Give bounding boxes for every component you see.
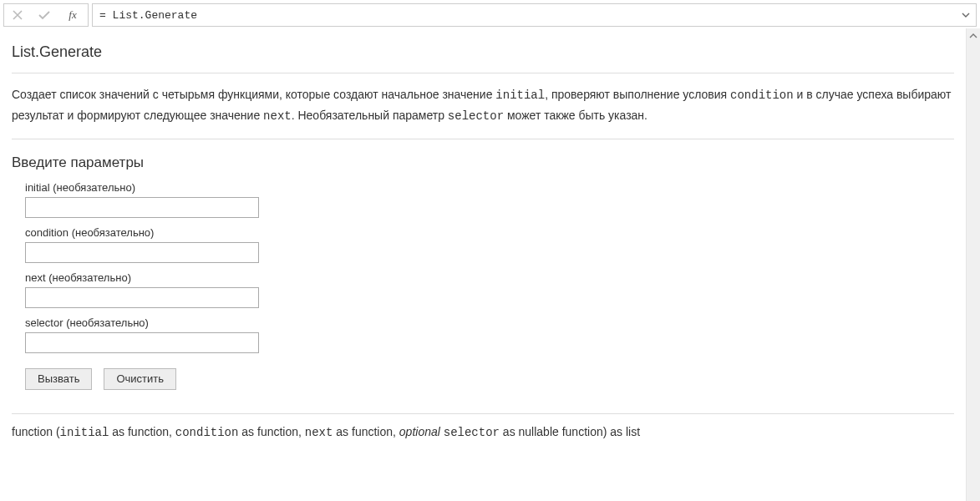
function-description: Создает список значений с четырьмя функц… [12,85,954,127]
clear-button[interactable]: Очистить [104,368,176,390]
sig-text: as function, [238,425,304,438]
param-label-condition: condition (необязательно) [25,226,954,239]
formula-controls: fx [3,3,89,27]
accept-formula-button[interactable] [31,4,58,26]
separator [12,139,954,139]
formula-input-wrap [92,3,977,27]
param-row-initial: initial (необязательно) [25,181,954,218]
sig-optional: optional [399,425,444,438]
formula-input[interactable] [93,9,956,22]
function-signature: function (initial as function, condition… [12,423,954,442]
content-wrap: List.Generate Создает список значений с … [0,28,980,501]
desc-code-selector: selector [448,109,504,123]
desc-text: . Необязательный параметр [292,109,448,122]
formula-expand-button[interactable] [956,12,976,18]
param-row-selector: selector (необязательно) [25,316,954,353]
param-label-initial: initial (необязательно) [25,181,954,194]
cancel-formula-button[interactable] [4,4,31,26]
function-title: List.Generate [12,43,954,61]
sig-param-next: next [305,426,333,439]
fx-text: fx [69,8,76,22]
sig-text: as function, [109,425,175,438]
param-input-selector[interactable] [25,332,259,353]
param-label-next: next (необязательно) [25,271,954,284]
vertical-scrollbar[interactable] [966,28,980,501]
sig-param-initial: initial [60,426,109,439]
desc-text: , проверяют выполнение условия [545,88,730,101]
invoke-button[interactable]: Вызвать [25,368,92,390]
separator [12,73,954,73]
chevron-up-icon [969,33,977,39]
fx-label: fx [58,4,88,26]
chevron-down-icon [962,12,970,18]
separator [12,413,954,414]
formula-bar: fx [3,3,977,27]
content: List.Generate Создает список значений с … [0,28,966,501]
param-label-selector: selector (необязательно) [25,316,954,329]
x-icon [13,10,23,20]
param-row-condition: condition (необязательно) [25,226,954,263]
sig-text: as nullable function) as list [500,425,640,438]
sig-text: function ( [12,425,60,438]
desc-code-condition: condition [730,89,794,102]
desc-text: может также быть указан. [504,109,647,122]
scroll-up-button[interactable] [967,28,980,43]
desc-code-next: next [263,109,292,123]
params-block: initial (необязательно) condition (необя… [25,181,954,390]
button-row: Вызвать Очистить [25,368,954,390]
sig-text: as function, [333,425,399,438]
desc-text: Создает список значений с четырьмя функц… [12,88,495,101]
param-input-initial[interactable] [25,197,259,218]
sig-param-selector: selector [444,426,500,439]
param-row-next: next (необязательно) [25,271,954,308]
check-icon [38,10,50,20]
sig-param-condition: condition [175,426,239,439]
params-heading: Введите параметры [12,154,954,171]
param-input-next[interactable] [25,287,259,308]
desc-code-initial: initial [495,89,545,102]
param-input-condition[interactable] [25,242,259,263]
